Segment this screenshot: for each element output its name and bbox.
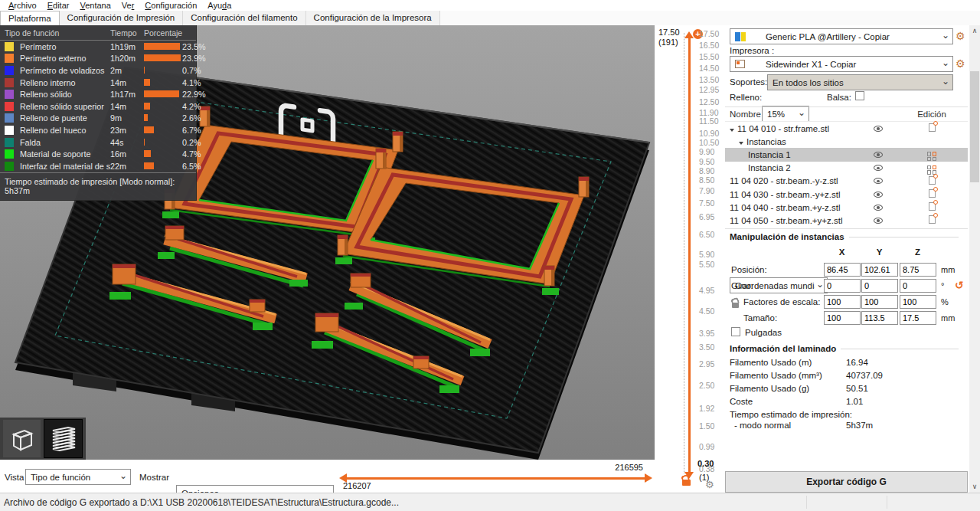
layer-tick-label: 0.99 [699, 442, 714, 451]
legend-color-swatch [5, 162, 14, 171]
man-input-1-y[interactable] [861, 279, 898, 293]
man-input-3-x[interactable] [824, 311, 861, 325]
chevron-down-icon: ⌄ [816, 279, 824, 290]
inches-label: Pulgadas [745, 328, 782, 337]
slider-gear-icon[interactable]: ⚙ [705, 479, 714, 490]
axis-header-x: X [824, 247, 860, 257]
tab-configuraci-n-de-impresi-n[interactable]: Configuración de Impresión [60, 11, 184, 25]
filament-preset-dropdown[interactable]: Generic PLA @Artillery - Copiar⌄ [730, 28, 953, 44]
instances-grid-icon[interactable] [927, 165, 936, 175]
menu-item-ventana[interactable]: Ventana [74, 1, 116, 10]
menu-bar: ArchivoEditarVentanaVerConfiguraciónAyud… [0, 0, 980, 11]
status-message: Archivo de código G exportado a D:\X1 US… [4, 497, 399, 508]
man-label-3: Tamaño: [743, 313, 777, 323]
inches-checkbox[interactable] [731, 327, 740, 336]
legend-row: Perímetro externo1h20m23.9% [0, 53, 196, 65]
info-value-2: 50.51 [846, 384, 868, 393]
right-sidebar: Generic PLA @Artillery - Copiar⌄ ⚙ Impre… [724, 25, 969, 493]
scale-lock-icon[interactable] [732, 303, 739, 308]
layer-tick-label: 3.95 [699, 329, 714, 338]
preview-bottom-bar: Vista Tipo de función⌄ Mostrar Opciones⌄… [0, 460, 655, 493]
moves-slider-track[interactable] [346, 477, 645, 480]
legend-color-swatch [5, 78, 14, 87]
filament-settings-gear-icon[interactable]: ⚙ [956, 30, 965, 42]
object-row-instancia-2[interactable]: Instancia 2 [725, 162, 968, 175]
scrollbar-down-icon[interactable]: ∨ [969, 480, 980, 493]
instances-grid-icon[interactable] [927, 152, 936, 161]
eye-icon[interactable] [874, 192, 883, 198]
moves-slider-max: 216595 [582, 463, 643, 472]
info-label-5: - modo normal [734, 421, 791, 430]
printer-settings-gear-icon[interactable]: ⚙ [956, 57, 965, 70]
vista-label: Vista [5, 473, 24, 482]
man-input-0-y[interactable] [861, 263, 898, 277]
axis-header-z: Z [900, 247, 936, 257]
object-row-11-04-030-str-beam-y-z-stl[interactable]: 11 04 030 - str.beam.-y+z.stl [725, 188, 968, 201]
eye-icon[interactable] [874, 218, 883, 224]
edit-object-icon[interactable] [929, 202, 936, 211]
object-row-11-04-020-str-beam-y-z-stl[interactable]: 11 04 020 - str.beam.-y-z.stl [725, 175, 968, 188]
eye-icon[interactable] [874, 178, 883, 184]
slider-lock-icon[interactable] [682, 480, 691, 486]
menu-item-ver[interactable]: Ver [116, 1, 140, 10]
eye-icon[interactable] [874, 152, 883, 158]
legend-row: Relleno sólido superior14m4.2% [0, 100, 196, 113]
layer-slider-bottom-value: 0.30 [697, 459, 714, 468]
layer-tick-label: 16.50 [699, 41, 719, 50]
man-input-2-y[interactable] [861, 295, 898, 309]
legend-color-swatch [5, 138, 14, 147]
object-row-instancia-1[interactable]: Instancia 1 [725, 148, 968, 161]
tab-configuraci-n-del-filamento[interactable]: Configuración del filamento [183, 11, 305, 25]
scrollbar-thumb[interactable] [970, 71, 979, 182]
3d-viewport[interactable]: Tipo de función Tiempo Porcentaje Períme… [0, 25, 655, 460]
menu-item-configuración[interactable]: Configuración [139, 1, 202, 10]
object-row-11-04-010-str-frame-stl[interactable]: 11 04 010 - str.frame.stl [725, 122, 968, 135]
object-row-instancias[interactable]: Instancias [725, 135, 968, 148]
man-input-0-x[interactable] [824, 263, 861, 277]
legend-percent-bar [144, 162, 154, 169]
man-input-1-x[interactable] [824, 279, 861, 293]
supports-dropdown[interactable]: En todos los sitios⌄ [767, 74, 953, 90]
export-gcode-button[interactable]: Exportar código G [725, 471, 968, 493]
moves-slider-right-handle[interactable] [645, 473, 652, 483]
printer-preset-icon [735, 60, 746, 69]
menu-item-ayuda[interactable]: Ayuda [202, 1, 237, 10]
printer-preset-dropdown[interactable]: Sidewinder X1 - Copiar⌄ [730, 56, 953, 72]
vista-dropdown[interactable]: Tipo de función⌄ [25, 469, 131, 485]
man-label-1: Girar: [731, 281, 753, 290]
preview-view-button[interactable] [44, 420, 82, 457]
man-input-3-z[interactable] [900, 311, 936, 325]
man-input-2-z[interactable] [900, 295, 936, 309]
expand-caret-icon[interactable] [739, 142, 743, 145]
edit-object-icon[interactable] [929, 123, 936, 132]
info-label-3: Coste [730, 397, 753, 406]
edit-object-icon[interactable] [929, 189, 936, 198]
3d-editor-view-button[interactable] [3, 420, 41, 457]
menu-item-archivo[interactable]: Archivo [3, 1, 42, 10]
legend-color-swatch [5, 126, 14, 135]
man-input-1-z[interactable] [900, 279, 936, 293]
sidebar-scrollbar[interactable]: ∧ ∨ [969, 25, 980, 493]
layer-tick-label: 5.50 [699, 260, 714, 269]
man-input-0-z[interactable] [900, 263, 936, 277]
object-row-11-04-050-str-beam-y-z-stl[interactable]: 11 04 050 - str.beam.+y+z.stl [725, 214, 968, 227]
scrollbar-up-icon[interactable]: ∧ [969, 25, 980, 38]
tab-plataforma[interactable]: Plataforma [0, 11, 60, 25]
tab-configuraci-n-de-la-impresora[interactable]: Configuración de la Impresora [306, 11, 440, 25]
man-input-3-y[interactable] [861, 311, 898, 325]
menu-item-editar[interactable]: Editar [42, 1, 75, 10]
raft-checkbox[interactable] [855, 91, 864, 100]
moves-slider-min: 216207 [343, 481, 371, 490]
expand-caret-icon[interactable] [730, 129, 734, 132]
eye-icon[interactable] [874, 165, 883, 171]
chevron-down-icon: ⌄ [119, 470, 127, 481]
object-row-11-04-040-str-beam-y-z-stl[interactable]: 11 04 040 - str.beam.+y-z.stl [725, 201, 968, 214]
eye-icon[interactable] [874, 205, 883, 211]
eye-icon[interactable] [874, 126, 883, 132]
layer-slider-track[interactable] [688, 34, 691, 472]
edit-object-icon[interactable] [929, 215, 936, 224]
rotation-reset-icon[interactable]: ↺ [955, 279, 964, 291]
object-name: Instancia 1 [748, 150, 791, 159]
man-input-2-x[interactable] [824, 295, 861, 309]
edit-object-icon[interactable] [929, 176, 936, 185]
